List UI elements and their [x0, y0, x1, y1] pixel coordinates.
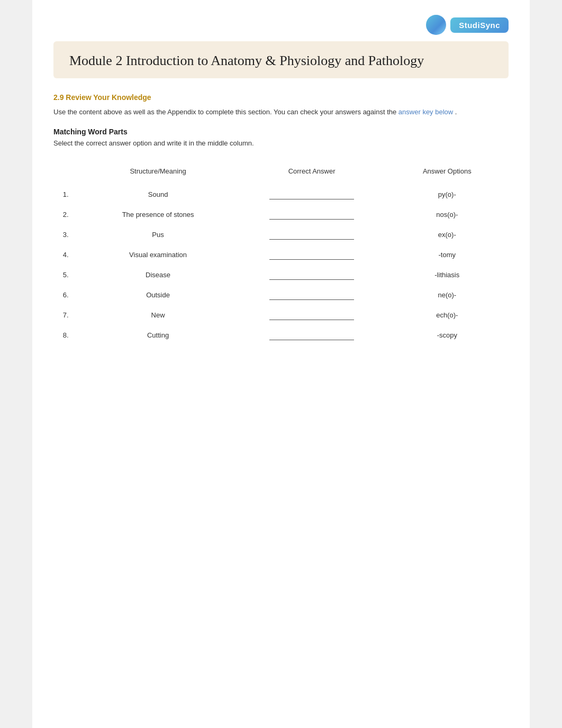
col-structure-header: Structure/Meaning — [78, 163, 238, 185]
answer-line-1[interactable] — [269, 190, 354, 199]
row-answer-cell[interactable] — [238, 225, 386, 245]
row-option: ex(o)- — [386, 225, 509, 245]
row-structure: Outside — [78, 285, 238, 305]
row-number: 7. — [53, 305, 78, 325]
row-answer-cell[interactable] — [238, 325, 386, 345]
answer-line-7[interactable] — [269, 311, 354, 320]
intro-end: . — [455, 108, 457, 116]
answer-key-link[interactable]: answer key below — [398, 108, 453, 116]
matching-title: Matching Word Parts — [53, 128, 509, 136]
row-structure: Disease — [78, 265, 238, 285]
logo-text: StudiSync — [450, 17, 509, 33]
row-structure: Sound — [78, 185, 238, 205]
intro-part1: Use the content above as well as the App… — [53, 108, 396, 116]
table-row: 1. Sound py(o)- — [53, 185, 509, 205]
row-option: py(o)- — [386, 185, 509, 205]
row-number: 5. — [53, 265, 78, 285]
row-structure: New — [78, 305, 238, 325]
col-options-header: Answer Options — [386, 163, 509, 185]
row-answer-cell[interactable] — [238, 305, 386, 325]
row-answer-cell[interactable] — [238, 205, 386, 225]
intro-text: Use the content above as well as the App… — [53, 107, 509, 118]
table-row: 8. Cutting -scopy — [53, 325, 509, 345]
answer-line-5[interactable] — [269, 270, 354, 280]
answer-line-6[interactable] — [269, 290, 354, 300]
answer-line-8[interactable] — [269, 331, 354, 340]
matching-table: Structure/Meaning Correct Answer Answer … — [53, 163, 509, 345]
module-title-box: Module 2 Introduction to Anatomy & Physi… — [53, 41, 509, 78]
top-logo: StudiSync — [426, 15, 509, 35]
row-number: 6. — [53, 285, 78, 305]
row-structure: Pus — [78, 225, 238, 245]
answer-line-3[interactable] — [269, 230, 354, 240]
module-title: Module 2 Introduction to Anatomy & Physi… — [69, 53, 493, 69]
answer-line-2[interactable] — [269, 210, 354, 220]
table-row: 2. The presence of stones nos(o)- — [53, 205, 509, 225]
top-bar: StudiSync — [53, 11, 509, 41]
row-option: ech(o)- — [386, 305, 509, 325]
table-row: 4. Visual examination -tomy — [53, 245, 509, 265]
row-structure: Visual examination — [78, 245, 238, 265]
answer-line-4[interactable] — [269, 250, 354, 260]
row-number: 2. — [53, 205, 78, 225]
row-number: 4. — [53, 245, 78, 265]
row-answer-cell[interactable] — [238, 265, 386, 285]
row-option: -tomy — [386, 245, 509, 265]
row-option: -lithiasis — [386, 265, 509, 285]
logo-icon — [426, 15, 446, 35]
row-option: ne(o)- — [386, 285, 509, 305]
matching-instruction: Select the correct answer option and wri… — [53, 139, 509, 147]
table-row: 5. Disease -lithiasis — [53, 265, 509, 285]
row-answer-cell[interactable] — [238, 245, 386, 265]
table-row: 3. Pus ex(o)- — [53, 225, 509, 245]
table-row: 7. New ech(o)- — [53, 305, 509, 325]
row-number: 3. — [53, 225, 78, 245]
col-answer-header: Correct Answer — [238, 163, 386, 185]
row-answer-cell[interactable] — [238, 185, 386, 205]
row-option: -scopy — [386, 325, 509, 345]
page-wrapper: StudiSync Module 2 Introduction to Anato… — [32, 0, 530, 728]
row-option: nos(o)- — [386, 205, 509, 225]
col-number-header — [53, 163, 78, 185]
row-number: 8. — [53, 325, 78, 345]
row-number: 1. — [53, 185, 78, 205]
table-row: 6. Outside ne(o)- — [53, 285, 509, 305]
section-heading: 2.9 Review Your Knowledge — [53, 93, 509, 102]
row-structure: Cutting — [78, 325, 238, 345]
row-answer-cell[interactable] — [238, 285, 386, 305]
row-structure: The presence of stones — [78, 205, 238, 225]
